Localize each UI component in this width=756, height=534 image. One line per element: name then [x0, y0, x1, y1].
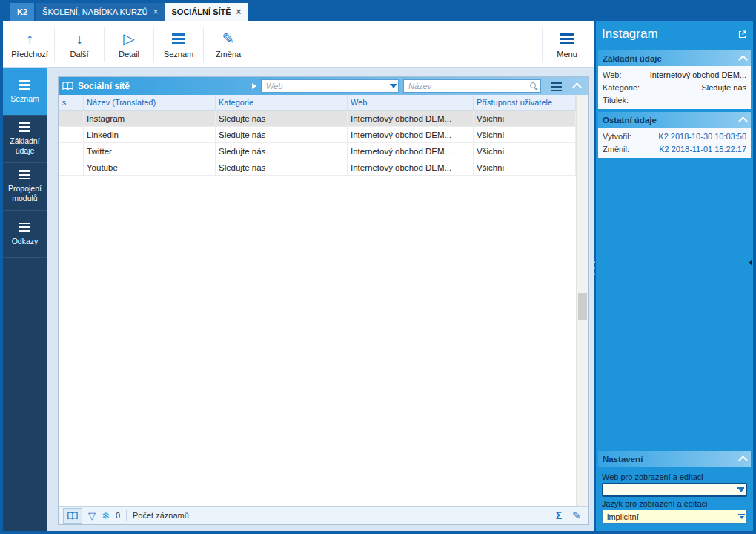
sum-sigma-icon[interactable]: Σ — [556, 510, 562, 521]
expand-play-icon[interactable] — [252, 83, 256, 89]
status-bar: ▽ ❄ 0 Počet záznamů Σ ✎ — [59, 506, 588, 524]
row-cell — [70, 159, 84, 175]
vertical-scrollbar[interactable] — [576, 95, 588, 506]
row-cell-web: Internetový obchod DEM... — [348, 111, 474, 126]
tab-label: ŠKOLENÍ, NABÍDKA KURZŮ — [42, 7, 147, 16]
web-display-input[interactable] — [606, 485, 736, 495]
next-button[interactable]: ↓ Další — [56, 24, 103, 65]
table-row-twitter[interactable]: Twitter Sledujte nás Internetový obchod … — [59, 143, 576, 159]
tab-skoleni-nabidka-kurzu[interactable]: ŠKOLENÍ, NABÍDKA KURZŮ × — [36, 3, 165, 21]
list-button[interactable]: Seznam — [155, 24, 202, 65]
toolbar-separator — [104, 27, 105, 62]
sidebar-item-label: Odkazy — [12, 237, 39, 246]
column-header-icon[interactable] — [70, 95, 84, 110]
filter-funnel-icon[interactable]: ▽ — [88, 510, 96, 521]
panel-splitter-handle[interactable] — [592, 261, 595, 275]
k2-window: K2 ŠKOLENÍ, NABÍDKA KURZŮ × SOCIÁLNÍ SÍT… — [0, 0, 756, 534]
list-menu-icon — [19, 122, 30, 132]
chevron-up-icon[interactable] — [738, 55, 748, 65]
column-header-access[interactable]: Přístupnost uživatele — [474, 95, 576, 110]
chevron-up-icon[interactable] — [572, 82, 582, 92]
section-title: Základní údaje — [603, 54, 662, 63]
field-value: K2 2018-10-30 10:03:50 — [658, 132, 746, 141]
book-view-button[interactable] — [63, 508, 82, 524]
row-cell-access: Všichni — [474, 143, 576, 159]
column-header-s[interactable]: s — [59, 95, 70, 110]
language-display-input[interactable] — [606, 512, 737, 522]
book-icon — [62, 82, 73, 90]
row-cell-category: Sledujte nás — [216, 143, 348, 159]
filter-web-field[interactable] — [261, 79, 399, 93]
browse-title-text: Sociální sítě — [78, 81, 130, 91]
grid-menu-icon[interactable] — [551, 82, 562, 91]
field-value: Internetový obchod DEM... — [650, 70, 746, 79]
field-value: Sledujte nás — [701, 83, 746, 92]
sidebar-item-seznam[interactable]: Seznam — [3, 68, 47, 116]
search-icon[interactable] — [529, 82, 539, 91]
table-row-youtube[interactable]: Youtube Sledujte nás Internetový obchod … — [59, 159, 576, 176]
scrollbar-thumb[interactable] — [578, 293, 587, 320]
preview-title-bar: Instagram — [598, 21, 751, 47]
section-basic-fields: Web: Internetový obchod DEM... Kategorie… — [598, 66, 751, 109]
language-display-field[interactable] — [602, 510, 747, 524]
dropdown-icon[interactable] — [737, 487, 744, 492]
tab-label: SOCIÁLNÍ SÍTĚ — [172, 7, 231, 16]
change-button[interactable]: ✎ Změna — [205, 24, 252, 65]
sidebar-item-odkazy[interactable]: Odkazy — [3, 211, 47, 258]
section-header-other[interactable]: Ostatní údaje — [598, 112, 751, 128]
toolbar-separator — [54, 27, 55, 62]
list-label: Seznam — [164, 50, 193, 59]
collapse-panel-arrow[interactable] — [749, 260, 752, 266]
field-label: Web: — [603, 70, 621, 79]
chevron-up-icon[interactable] — [738, 455, 748, 465]
close-icon[interactable]: × — [236, 7, 242, 16]
filter-dropdown-icon[interactable] — [390, 84, 397, 89]
book-icon — [67, 512, 78, 520]
column-header-web[interactable]: Web — [348, 95, 474, 110]
column-header-category[interactable]: Kategorie — [216, 95, 348, 110]
section-header-basic[interactable]: Základní údaje — [598, 50, 751, 66]
filter-web-input[interactable] — [265, 81, 388, 91]
row-cell-web: Internetový obchod DEM... — [348, 143, 474, 159]
section-title: Nastavení — [603, 455, 643, 464]
toolbar: ↑ Předchozí ↓ Další ▷ Detail Seznam ✎ Zm… — [3, 21, 594, 68]
dropdown-icon[interactable] — [738, 514, 745, 519]
column-header-name[interactable]: Název (Translated) — [84, 95, 216, 110]
pencil-icon: ✎ — [222, 30, 235, 47]
row-cell-web: Internetový obchod DEM... — [348, 127, 474, 142]
menu-label: Menu — [557, 50, 577, 59]
section-header-settings[interactable]: Nastavení — [598, 451, 751, 467]
detail-button[interactable]: ▷ Detail — [105, 24, 153, 65]
chevron-up-icon[interactable] — [738, 116, 748, 126]
web-display-label: Web pro zobrazení a editaci — [602, 472, 747, 481]
open-external-icon[interactable] — [737, 30, 747, 39]
row-cell-name: Instagram — [84, 111, 216, 126]
workspace: Seznam Základní údaje Propojení modulů O… — [3, 68, 594, 531]
records-grid: s Název (Translated) Kategorie Web Příst… — [59, 95, 576, 506]
tab-k2[interactable]: K2 — [10, 3, 34, 21]
menu-button[interactable]: Menu — [543, 24, 591, 65]
row-cell-access: Všichni — [474, 159, 576, 175]
record-count-label: Počet záznamů — [133, 511, 189, 520]
previous-button[interactable]: ↑ Předchozí — [6, 24, 53, 65]
filter-name-field[interactable] — [403, 79, 541, 93]
sidebar-item-propojeni-modulu[interactable]: Propojení modulů — [3, 163, 47, 211]
list-menu-icon — [172, 30, 185, 47]
row-cell-access: Všichni — [474, 111, 576, 126]
table-row-instagram[interactable]: Instagram Sledujte nás Internetový obcho… — [59, 111, 576, 127]
section-title: Ostatní údaje — [603, 116, 657, 125]
close-icon[interactable]: × — [153, 7, 159, 16]
row-cell — [59, 127, 70, 142]
table-row-linkedin[interactable]: Linkedin Sledujte nás Internetový obchod… — [59, 127, 576, 143]
filter-name-input[interactable] — [407, 81, 528, 91]
sidebar-item-label: Propojení modulů — [5, 184, 44, 202]
toolbar-separator — [153, 27, 154, 62]
tab-socialni-site[interactable]: SOCIÁLNÍ SÍTĚ × — [165, 3, 248, 21]
sidebar-item-zakladni-udaje[interactable]: Základní údaje — [3, 116, 47, 163]
field-row-vytvoril: Vytvořil: K2 2018-10-30 10:03:50 — [603, 130, 746, 142]
toolbar-separator — [542, 27, 543, 62]
field-label: Titulek: — [603, 96, 629, 105]
web-display-field[interactable] — [602, 483, 747, 497]
edit-pencil-icon[interactable]: ✎ — [572, 510, 581, 521]
snowflake-icon: ❄ — [102, 510, 110, 521]
